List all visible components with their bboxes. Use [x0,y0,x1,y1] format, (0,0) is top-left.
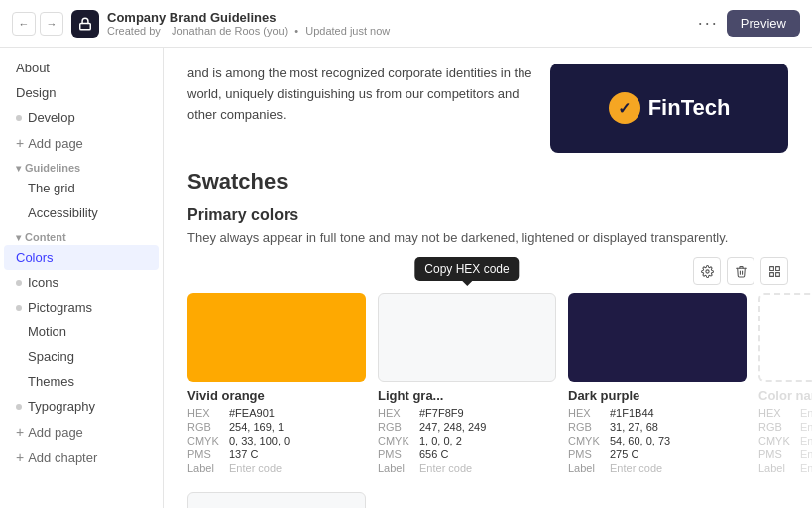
swatch-details-light-gray: HEX#F7F8F9 RGB247, 248, 249 CMYK1, 0, 0,… [378,407,556,474]
swatch-details-dark-purple: HEX#1F1B44 RGB31, 27, 68 CMYK54, 60, 0, … [568,407,747,474]
swatch-dark-purple: Dark purple HEX#1F1B44 RGB31, 27, 68 CMY… [568,293,747,476]
topbar-title: Company Brand Guidelines Created by Jona… [107,10,390,37]
fintech-check-icon: ✓ [609,92,640,124]
swatch-details-vivid-orange: HEX#FEA901 RGB254, 169, 1 CMYK0, 33, 100… [187,407,366,474]
sidebar-item-label: Accessibility [28,205,98,220]
swatch-name-empty: Color name [758,388,812,403]
sidebar: About Design Develop + Add page ▾ Guidel… [0,48,164,508]
sidebar-add-page-2[interactable]: + Add page [0,419,163,444]
swatch-vivid-orange: Vivid orange HEX#FEA901 RGB254, 169, 1 C… [187,293,366,476]
swatch-light-gray: Copy HEX code Light gra... HEX#F7F8F9 RG… [378,293,556,476]
swatch-color-empty [758,293,812,382]
topbar-left: ← → Company Brand Guidelines Created by … [12,10,390,38]
sidebar-item-the-grid[interactable]: The grid [0,176,163,200]
section-dot [16,305,22,311]
topbar-right: ··· Preview [698,10,800,37]
preview-button[interactable]: Preview [727,10,800,37]
svg-rect-2 [769,266,773,270]
swatch-name-dark-purple: Dark purple [568,388,747,403]
section-label: Content [25,231,66,243]
swatch-name-vivid-orange: Vivid orange [187,388,366,403]
swatch-color-dark-purple [568,293,747,382]
swatch-color-vivid-orange [187,293,366,382]
swatch-empty: Color name HEXEnter HEX RGBEnter RGB CMY… [758,293,812,476]
document-subtitle: Created by Jonathan de Roos (you) • Upda… [107,25,390,37]
layout: About Design Develop + Add page ▾ Guidel… [0,48,812,508]
svg-rect-3 [775,266,779,270]
grid-view-button[interactable] [760,257,788,285]
sidebar-add-chapter[interactable]: + Add chapter [0,444,163,470]
sidebar-item-label: Design [16,85,56,100]
sidebar-item-about[interactable]: About [0,56,163,80]
swatches-title: Swatches [187,169,788,194]
sidebar-item-typography[interactable]: Typography [0,394,163,419]
swatch-color-bottom [187,492,366,508]
swatch-bottom-light-gray [187,492,366,508]
sidebar-add-page-1[interactable]: + Add page [0,130,163,156]
sidebar-item-design[interactable]: Design [0,80,163,105]
sidebar-item-label: Icons [28,275,58,290]
section-dot [16,280,22,286]
hero-area: and is among the most recognized corpora… [187,64,788,153]
swatch-details-empty: HEXEnter HEX RGBEnter RGB CMYKEnter CMYK… [758,407,812,474]
sidebar-item-develop[interactable]: Develop [0,105,163,130]
sidebar-section-guidelines: ▾ Guidelines [0,156,163,176]
primary-colors-desc: They always appear in full tone and may … [187,230,788,245]
main-content: and is among the most recognized corpora… [164,48,812,508]
sidebar-item-label: Spacing [28,349,74,364]
topbar-nav: ← → [12,12,63,36]
more-options-button[interactable]: ··· [698,13,719,34]
add-icon: + [16,135,24,151]
svg-rect-0 [80,23,91,29]
swatch-color-light-gray [378,293,556,382]
back-button[interactable]: ← [12,12,36,36]
sidebar-item-label: About [16,61,50,75]
hero-text: and is among the most recognized corpora… [187,64,534,153]
add-icon: + [16,449,24,465]
document-title: Company Brand Guidelines [107,10,390,25]
section-caret: ▾ [16,163,21,174]
sidebar-item-spacing[interactable]: Spacing [0,344,163,369]
section-dot [16,115,22,121]
svg-rect-5 [775,272,779,276]
section-dot [16,404,22,410]
sidebar-item-colors[interactable]: Colors [4,245,159,270]
topbar: ← → Company Brand Guidelines Created by … [0,0,812,48]
swatch-name-light-gray: Light gra... [378,388,556,403]
sidebar-item-motion[interactable]: Motion [0,319,163,344]
add-label: Add page [28,136,83,151]
primary-colors-title: Primary colors [187,206,788,224]
sidebar-item-label: Themes [28,374,74,389]
svg-point-1 [705,269,708,272]
add-icon: + [16,424,24,440]
forward-button[interactable]: → [40,12,63,36]
add-label: Add chapter [28,450,97,465]
svg-rect-4 [769,272,773,276]
sidebar-item-accessibility[interactable]: Accessibility [0,200,163,225]
sidebar-item-pictograms[interactable]: Pictograms [0,295,163,319]
sidebar-item-label: Develop [28,110,75,125]
sidebar-item-label: Motion [28,324,66,339]
sidebar-item-icons[interactable]: Icons [0,270,163,295]
add-label: Add page [28,425,83,440]
fintech-logo: ✓ FinTech [609,92,731,124]
sidebar-section-content: ▾ Content [0,225,163,245]
sidebar-item-label: The grid [28,181,75,195]
fintech-brand-name: FinTech [648,95,731,121]
sidebar-item-themes[interactable]: Themes [0,369,163,394]
sidebar-item-label: Typography [28,399,95,414]
sidebar-item-label: Colors [16,250,54,265]
lock-icon [71,10,99,38]
fintech-banner: ✓ FinTech [550,64,788,153]
copy-hex-tooltip: Copy HEX code [414,257,519,281]
section-caret: ▾ [16,232,21,243]
bottom-swatches-row [187,492,788,508]
sidebar-item-label: Pictograms [28,300,92,315]
settings-button[interactable] [693,257,721,285]
swatches-row: Vivid orange HEX#FEA901 RGB254, 169, 1 C… [187,293,788,476]
delete-button[interactable] [727,257,754,285]
section-label: Guidelines [25,162,80,174]
